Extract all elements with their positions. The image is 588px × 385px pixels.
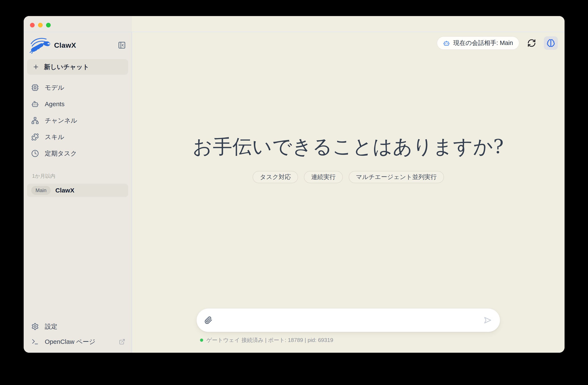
- lobster-logo-icon: [29, 37, 52, 54]
- terminal-icon: [31, 338, 39, 345]
- sidebar-item-channels[interactable]: チャンネル: [24, 112, 132, 129]
- sidebar: ClawX 新しいチャット モデル: [24, 32, 132, 353]
- history-item-title: ClawX: [55, 187, 74, 194]
- suggestion-task-support[interactable]: タスク対応: [252, 171, 298, 183]
- sidebar-item-scheduled-tasks[interactable]: 定期タスク: [24, 145, 132, 162]
- cpu-icon: [31, 84, 39, 91]
- gateway-status-bar: ゲートウェイ 接続済み | ポート: 18789 | pid: 69319: [200, 336, 333, 344]
- history-item-badge: Main: [31, 186, 51, 195]
- send-icon: [483, 316, 492, 325]
- sidebar-item-models[interactable]: モデル: [24, 79, 132, 96]
- sidebar-item-openclaw-page[interactable]: OpenClaw ページ: [24, 334, 132, 349]
- app-title: ClawX: [54, 41, 76, 49]
- close-window-button[interactable]: [30, 23, 35, 27]
- minimize-window-button[interactable]: [38, 23, 43, 27]
- app-window: ClawX 新しいチャット モデル: [24, 16, 565, 353]
- gear-icon: [31, 323, 39, 330]
- send-button[interactable]: [483, 315, 493, 325]
- puzzle-icon: [31, 133, 39, 141]
- sidebar-item-skills[interactable]: スキル: [24, 129, 132, 145]
- sidebar-bottom-padding: [24, 349, 132, 353]
- message-input[interactable]: [218, 314, 478, 326]
- sidebar-item-label: OpenClaw ページ: [45, 338, 95, 346]
- suggestion-pills: タスク対応 連続実行 マルチエージェント並列実行: [132, 171, 565, 183]
- message-composer: [196, 308, 500, 332]
- status-text: ゲートウェイ 接続済み | ポート: 18789 | pid: 69319: [206, 336, 333, 344]
- current-conversation-badge[interactable]: 現在の会話相手: Main: [437, 36, 519, 50]
- sidebar-item-label: モデル: [45, 83, 64, 92]
- panel-left-close-icon: [118, 41, 126, 49]
- bot-icon: [443, 40, 450, 46]
- sidebar-header: ClawX: [24, 32, 132, 55]
- titlebar-right: [132, 16, 565, 32]
- sidebar-item-label: 設定: [45, 322, 58, 331]
- new-chat-label: 新しいチャット: [44, 63, 89, 71]
- sidebar-item-agents[interactable]: Agents: [24, 96, 132, 112]
- hero: お手伝いできることはありますか? タスク対応 連続実行 マルチエージェント並列実…: [132, 136, 565, 183]
- external-link-icon: [119, 339, 125, 345]
- bot-icon: [31, 100, 39, 108]
- sidebar-item-label: スキル: [45, 133, 64, 142]
- brain-icon: [546, 39, 555, 47]
- network-icon: [31, 117, 39, 124]
- clock-icon: [31, 150, 39, 157]
- suggestion-continuous-run[interactable]: 連続実行: [304, 171, 343, 183]
- suggestion-multi-agent[interactable]: マルチエージェント並列実行: [349, 171, 444, 183]
- titlebar-left: [24, 16, 132, 32]
- refresh-icon: [527, 39, 536, 47]
- sidebar-item-label: チャンネル: [45, 116, 77, 125]
- sidebar-item-label: 定期タスク: [45, 149, 77, 158]
- header-actions: 現在の会話相手: Main: [437, 36, 558, 50]
- main-area: 現在の会話相手: Main お手伝いできることはありますか? タスク対応 連続実…: [132, 32, 565, 353]
- status-dot: [200, 339, 203, 342]
- refresh-button[interactable]: [526, 38, 537, 48]
- plus-icon: [33, 63, 39, 70]
- sidebar-collapse-button[interactable]: [117, 41, 126, 50]
- history-section-label: 1か月以内: [32, 173, 132, 180]
- attach-file-button[interactable]: [204, 316, 213, 325]
- sidebar-item-settings[interactable]: 設定: [24, 319, 132, 334]
- history-item-clawx[interactable]: Main ClawX: [27, 184, 128, 197]
- paperclip-icon: [205, 316, 212, 324]
- hero-headline: お手伝いできることはありますか?: [132, 136, 565, 158]
- conversation-badge-label: 現在の会話相手: Main: [453, 39, 513, 47]
- brain-button[interactable]: [544, 36, 558, 50]
- new-chat-button[interactable]: 新しいチャット: [27, 59, 128, 75]
- sidebar-nav: モデル Agents: [24, 79, 132, 162]
- sidebar-item-label: Agents: [45, 101, 64, 108]
- sidebar-spacer: [24, 197, 132, 319]
- zoom-window-button[interactable]: [46, 23, 51, 27]
